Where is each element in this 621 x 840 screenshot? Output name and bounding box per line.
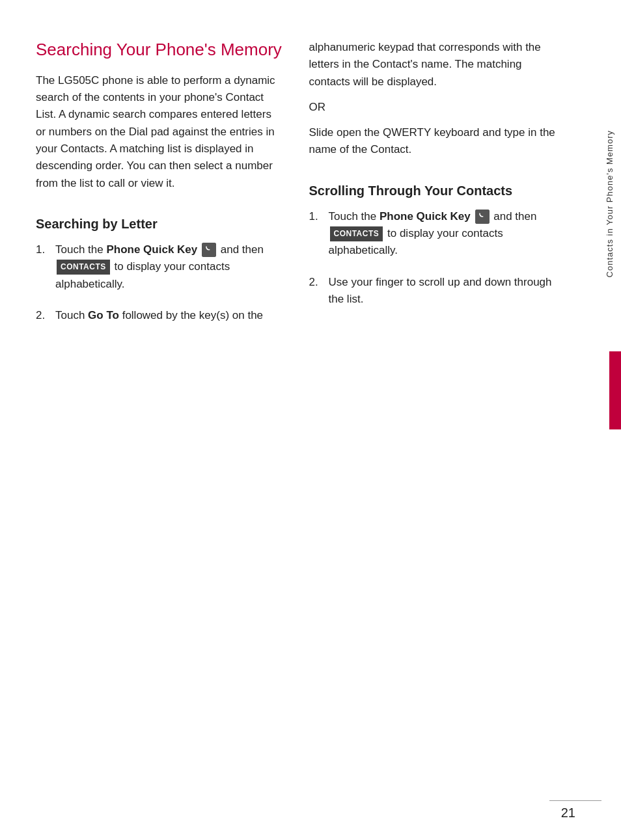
or-text: OR — [309, 101, 557, 114]
contacts-badge-left-1: CONTACTS — [57, 260, 110, 275]
right-list-number-1: 1. — [309, 208, 325, 260]
sidebar-label: Contacts in Your Phone's Memory — [604, 130, 616, 277]
go-to-label: Go To — [88, 309, 119, 321]
page-number: 21 — [561, 806, 575, 820]
right-section-title: Scrolling Through Your Contacts — [309, 182, 557, 199]
phone-key-icon-2 — [475, 210, 490, 224]
or-paragraph: Slide open the QWERTY keyboard and type … — [309, 124, 557, 159]
left-column: Searching Your Phone's Memory The LG505C… — [36, 39, 283, 801]
main-content: Searching Your Phone's Memory The LG505C… — [0, 0, 582, 840]
divider-line — [549, 800, 601, 801]
sidebar-text-wrapper: Contacts in Your Phone's Memory — [604, 130, 616, 277]
list-number-2: 2. — [36, 307, 51, 324]
sidebar: Contacts in Your Phone's Memory — [582, 0, 621, 840]
sidebar-accent — [609, 351, 621, 429]
intro-text: The LG505C phone is able to perform a dy… — [36, 72, 283, 192]
list-content-1: Touch the Phone Quick Key and then CONTA… — [55, 241, 283, 293]
right-list-content-2: Use your finger to scroll up and down th… — [329, 274, 557, 308]
subsection-title: Searching by Letter — [36, 215, 283, 232]
contacts-badge-right-1: CONTACTS — [330, 226, 383, 241]
right-phone-quick-key-label: Phone Quick Key — [380, 210, 471, 223]
list-number-1: 1. — [36, 241, 51, 293]
left-list-item-1: 1. Touch the Phone Quick Key and then CO… — [36, 241, 283, 293]
left-section-title: Searching Your Phone's Memory — [36, 39, 283, 61]
continuation-text: alphanumeric keypad that corresponds wit… — [309, 39, 557, 90]
phone-quick-key-label-1: Phone Quick Key — [106, 243, 197, 256]
phone-key-icon-1 — [202, 243, 216, 257]
left-list-item-2: 2. Touch Go To followed by the key(s) on… — [36, 307, 283, 324]
right-column: alphanumeric keypad that corresponds wit… — [309, 39, 557, 801]
page: Searching Your Phone's Memory The LG505C… — [0, 0, 621, 840]
right-list-number-2: 2. — [309, 274, 325, 308]
right-list-item-2: 2. Use your finger to scroll up and down… — [309, 274, 557, 308]
right-list-item-1: 1. Touch the Phone Quick Key and then CO… — [309, 208, 557, 260]
list-content-2: Touch Go To followed by the key(s) on th… — [55, 307, 283, 324]
right-list-content-1: Touch the Phone Quick Key and then CONTA… — [329, 208, 557, 260]
